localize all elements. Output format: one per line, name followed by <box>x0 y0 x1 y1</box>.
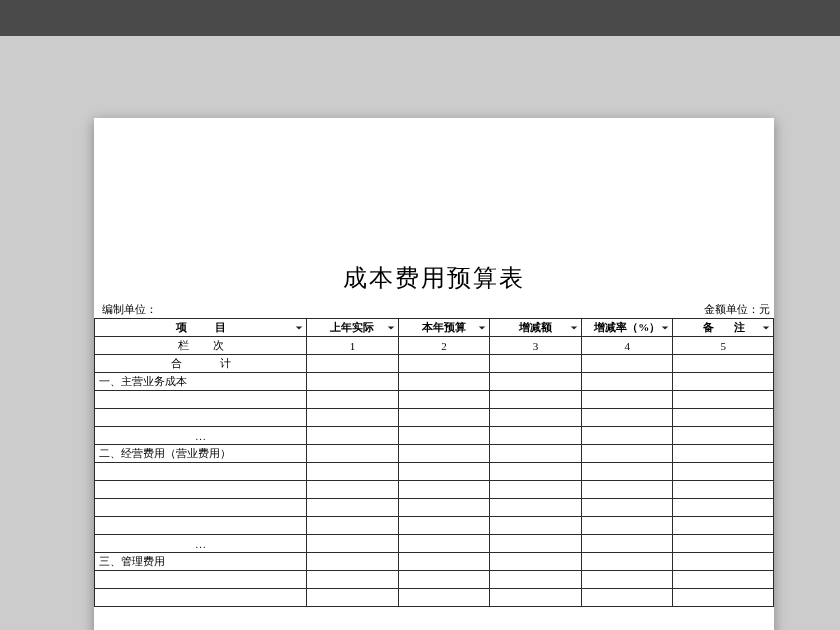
table-cell[interactable] <box>490 589 582 607</box>
header-rate[interactable]: 增减率（%） <box>581 319 673 337</box>
item-label[interactable] <box>95 409 307 427</box>
table-cell[interactable] <box>581 499 673 517</box>
table-cell[interactable] <box>398 535 490 553</box>
table-cell[interactable] <box>581 553 673 571</box>
table-cell[interactable] <box>673 427 774 445</box>
table-cell[interactable] <box>490 499 582 517</box>
table-cell[interactable] <box>673 553 774 571</box>
table-cell[interactable] <box>307 571 399 589</box>
header-this-budget[interactable]: 本年预算 <box>398 319 490 337</box>
item-label[interactable]: 一、主营业务成本 <box>95 373 307 391</box>
table-cell[interactable] <box>490 391 582 409</box>
table-cell[interactable] <box>673 373 774 391</box>
col-num-cell[interactable]: 5 <box>673 337 774 355</box>
table-cell[interactable] <box>581 445 673 463</box>
header-delta[interactable]: 增减额 <box>490 319 582 337</box>
table-cell[interactable] <box>398 481 490 499</box>
table-cell[interactable] <box>673 571 774 589</box>
table-cell[interactable] <box>673 589 774 607</box>
table-cell[interactable] <box>581 355 673 373</box>
table-cell[interactable] <box>673 409 774 427</box>
item-label[interactable]: 三、管理费用 <box>95 553 307 571</box>
table-cell[interactable] <box>490 373 582 391</box>
table-cell[interactable] <box>307 463 399 481</box>
header-remark[interactable]: 备注 <box>673 319 774 337</box>
table-cell[interactable] <box>307 535 399 553</box>
table-cell[interactable] <box>581 427 673 445</box>
table-cell[interactable] <box>490 427 582 445</box>
table-cell[interactable] <box>307 499 399 517</box>
table-cell[interactable] <box>581 391 673 409</box>
col-num-cell[interactable]: 3 <box>490 337 582 355</box>
item-label[interactable]: … <box>95 427 307 445</box>
table-cell[interactable] <box>398 409 490 427</box>
table-cell[interactable] <box>307 481 399 499</box>
filter-caret-icon[interactable] <box>761 323 771 333</box>
col-num-cell[interactable]: 2 <box>398 337 490 355</box>
table-cell[interactable] <box>490 535 582 553</box>
table-cell[interactable] <box>490 481 582 499</box>
table-cell[interactable] <box>307 409 399 427</box>
table-cell[interactable] <box>673 535 774 553</box>
item-label[interactable] <box>95 517 307 535</box>
item-label[interactable] <box>95 463 307 481</box>
table-cell[interactable] <box>490 445 582 463</box>
table-cell[interactable] <box>398 391 490 409</box>
table-cell[interactable] <box>398 427 490 445</box>
total-label[interactable]: 合计 <box>95 355 307 373</box>
table-cell[interactable] <box>490 409 582 427</box>
header-item[interactable]: 项目 <box>95 319 307 337</box>
filter-caret-icon[interactable] <box>294 323 304 333</box>
table-cell[interactable] <box>307 391 399 409</box>
item-label[interactable] <box>95 499 307 517</box>
table-cell[interactable] <box>581 589 673 607</box>
item-label[interactable] <box>95 391 307 409</box>
table-cell[interactable] <box>673 481 774 499</box>
table-cell[interactable] <box>581 481 673 499</box>
table-cell[interactable] <box>398 499 490 517</box>
table-cell[interactable] <box>673 517 774 535</box>
filter-caret-icon[interactable] <box>660 323 670 333</box>
table-cell[interactable] <box>673 445 774 463</box>
table-cell[interactable] <box>490 355 582 373</box>
table-cell[interactable] <box>581 535 673 553</box>
table-cell[interactable] <box>307 589 399 607</box>
item-label[interactable] <box>95 571 307 589</box>
item-label[interactable]: … <box>95 535 307 553</box>
table-cell[interactable] <box>307 553 399 571</box>
item-label[interactable] <box>95 589 307 607</box>
table-cell[interactable] <box>490 463 582 481</box>
filter-caret-icon[interactable] <box>386 323 396 333</box>
col-num-cell[interactable]: 4 <box>581 337 673 355</box>
row-num-label[interactable]: 栏次 <box>95 337 307 355</box>
table-cell[interactable] <box>398 571 490 589</box>
table-cell[interactable] <box>398 373 490 391</box>
table-cell[interactable] <box>581 517 673 535</box>
table-cell[interactable] <box>673 463 774 481</box>
table-cell[interactable] <box>307 517 399 535</box>
table-cell[interactable] <box>307 445 399 463</box>
table-cell[interactable] <box>581 373 673 391</box>
filter-caret-icon[interactable] <box>477 323 487 333</box>
table-cell[interactable] <box>490 571 582 589</box>
item-label[interactable]: 二、经营费用（营业费用） <box>95 445 307 463</box>
table-cell[interactable] <box>398 445 490 463</box>
col-num-cell[interactable]: 1 <box>307 337 399 355</box>
table-cell[interactable] <box>307 427 399 445</box>
table-cell[interactable] <box>673 499 774 517</box>
item-label[interactable] <box>95 481 307 499</box>
table-cell[interactable] <box>398 589 490 607</box>
table-cell[interactable] <box>673 391 774 409</box>
table-cell[interactable] <box>307 355 399 373</box>
table-cell[interactable] <box>398 355 490 373</box>
table-cell[interactable] <box>673 355 774 373</box>
table-cell[interactable] <box>398 517 490 535</box>
table-cell[interactable] <box>581 409 673 427</box>
table-cell[interactable] <box>398 553 490 571</box>
table-cell[interactable] <box>490 553 582 571</box>
table-cell[interactable] <box>307 373 399 391</box>
filter-caret-icon[interactable] <box>569 323 579 333</box>
table-cell[interactable] <box>490 517 582 535</box>
table-cell[interactable] <box>398 463 490 481</box>
table-cell[interactable] <box>581 463 673 481</box>
